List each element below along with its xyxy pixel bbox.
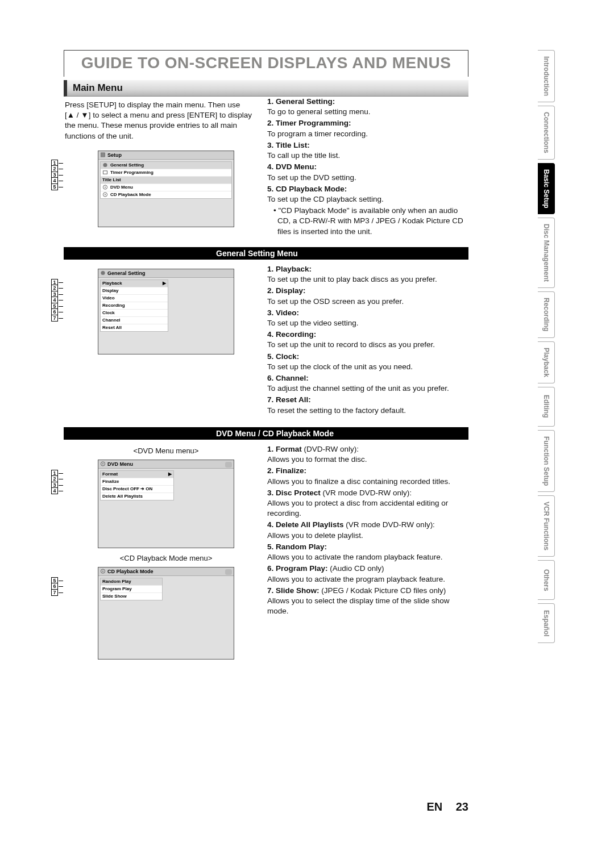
osd-dvd-menu: DVD Menu Format▶ Finalize Disc Protect O…	[98, 460, 234, 548]
tab-function-setup[interactable]: Function Setup	[538, 430, 555, 492]
side-tabs: Introduction Connections Basic Setup Dis…	[538, 50, 555, 643]
dvd-cd-descriptions: 1. Format (DVD-RW only):Allows you to fo…	[267, 444, 468, 660]
gs-callouts: 1 2 3 4 5 6 7	[51, 279, 58, 321]
bar-dvd-cd: DVD Menu / CD Playback Mode	[64, 427, 468, 440]
tab-vcr-functions[interactable]: VCR Functions	[538, 495, 555, 557]
svg-point-1	[103, 163, 107, 167]
svg-rect-2	[103, 171, 107, 174]
dvd-caption: <DVD Menu menu>	[98, 446, 234, 455]
main-menu-osd-wrap: 1 2 3 4 5 Setup General Setting Timer Pr…	[64, 151, 234, 227]
return-icon	[225, 569, 232, 575]
osd-general-setting: General Setting Playback▶ Display Video …	[98, 269, 234, 354]
chevron-right-icon: ▶	[168, 471, 172, 477]
osd-item: Clock	[101, 310, 168, 317]
osd-item: DVD Menu	[101, 184, 231, 191]
callout-7: 7	[51, 589, 58, 596]
osd-item: Title List	[101, 177, 231, 184]
callout-5: 5	[51, 183, 58, 190]
footer-page-number: 23	[456, 800, 468, 813]
intro-text: Press [SETUP] to display the main menu. …	[64, 97, 263, 146]
tab-introduction[interactable]: Introduction	[538, 50, 555, 102]
osd-item: Playback▶	[101, 280, 168, 287]
return-icon	[225, 462, 232, 468]
osd-item: General Setting	[101, 162, 231, 169]
page-footer: EN 23	[64, 800, 468, 813]
svg-rect-0	[101, 153, 105, 157]
osd-item: Recording	[101, 302, 168, 310]
callout-7: 7	[51, 315, 58, 322]
main-menu-callouts: 1 2 3 4 5	[51, 160, 58, 190]
gear-icon	[102, 162, 108, 168]
tab-others[interactable]: Others	[538, 560, 555, 600]
svg-point-7	[101, 271, 105, 275]
disc-icon	[102, 185, 108, 190]
osd-title: CD Playback Mode	[107, 569, 154, 574]
cd-osd-wrap: 5 6 7 CD Playback Mode Random Play Progr…	[64, 567, 234, 660]
intro-line1: Press [SETUP] to display the main menu. …	[65, 101, 240, 109]
bar-general-setting: General Setting Menu	[64, 247, 468, 260]
svg-point-9	[102, 464, 103, 465]
tab-playback[interactable]: Playback	[538, 341, 555, 383]
osd-item: Display	[101, 287, 168, 295]
chevron-right-icon: ▶	[163, 281, 166, 286]
gs-osd-wrap: 1 2 3 4 5 6 7 General Setting Playback▶	[64, 269, 234, 354]
tab-basic-setup[interactable]: Basic Setup	[538, 163, 555, 215]
clock-icon	[102, 170, 108, 175]
callout-4: 4	[51, 487, 58, 494]
page-content: GUIDE TO ON-SCREEN DISPLAYS AND MENUS Ma…	[64, 50, 468, 660]
svg-point-11	[102, 571, 103, 572]
intro-line2: [▲ / ▼] to select a menu and press [ENTE…	[65, 111, 252, 140]
tab-espanol[interactable]: Español	[538, 603, 555, 643]
disc-icon	[100, 569, 106, 574]
page-title: GUIDE TO ON-SCREEN DISPLAYS AND MENUS	[64, 50, 468, 77]
osd-title: General Setting	[107, 270, 146, 276]
osd-item: Program Play	[101, 586, 162, 593]
gear-icon	[100, 270, 106, 276]
svg-point-6	[105, 194, 106, 195]
footer-lang: EN	[426, 800, 442, 813]
osd-setup: Setup General Setting Timer Programming …	[98, 151, 234, 227]
osd-item: Timer Programming	[101, 169, 231, 177]
dvd-callouts: 1 2 3 4	[51, 470, 58, 494]
svg-point-4	[105, 187, 106, 188]
dvd-osd-wrap: 1 2 3 4 DVD Menu Format▶ Finalize Disc P…	[64, 460, 234, 548]
osd-cd-playback: CD Playback Mode Random Play Program Pla…	[98, 567, 234, 660]
main-menu-descriptions: 1. General Setting:To go to general sett…	[267, 97, 468, 237]
osd-item: Video	[101, 295, 168, 302]
cd-note: • "CD Playback Mode" is available only w…	[267, 206, 468, 237]
gs-descriptions: 1. Playback:To set up the unit to play b…	[267, 264, 468, 417]
osd-title: DVD Menu	[107, 461, 133, 467]
osd-item: Disc Protect OFF ➔ ON	[101, 486, 173, 493]
osd-title: Setup	[107, 152, 122, 158]
osd-item: Slide Show	[101, 593, 162, 600]
disc-icon	[100, 461, 106, 466]
osd-item: Random Play	[101, 578, 162, 586]
osd-item: Format▶	[101, 471, 173, 478]
osd-item: Channel	[101, 317, 168, 324]
cd-caption: <CD Playback Mode menu>	[98, 554, 234, 562]
cd-callouts: 5 6 7	[51, 577, 58, 595]
setup-icon	[100, 152, 106, 157]
osd-item: Delete All Playlists	[101, 493, 173, 500]
tab-editing[interactable]: Editing	[538, 387, 555, 427]
osd-item: Finalize	[101, 478, 173, 486]
tab-connections[interactable]: Connections	[538, 106, 555, 160]
disc-icon	[102, 192, 108, 197]
tab-disc-management[interactable]: Disc Management	[538, 218, 555, 288]
section-main-menu: Main Menu	[64, 80, 468, 97]
osd-item: Reset All	[101, 324, 168, 331]
tab-recording[interactable]: Recording	[538, 291, 555, 337]
osd-item: CD Playback Mode	[101, 191, 231, 198]
